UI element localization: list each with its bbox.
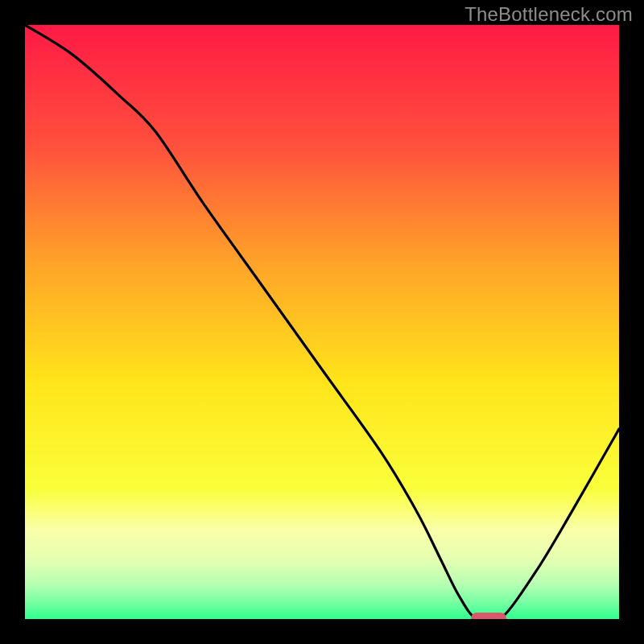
chart-frame: TheBottleneck.com	[0, 0, 644, 644]
plot-area	[25, 25, 619, 619]
bottleneck-curve	[25, 25, 619, 619]
optimal-marker	[471, 613, 506, 619]
watermark-text: TheBottleneck.com	[464, 3, 633, 26]
